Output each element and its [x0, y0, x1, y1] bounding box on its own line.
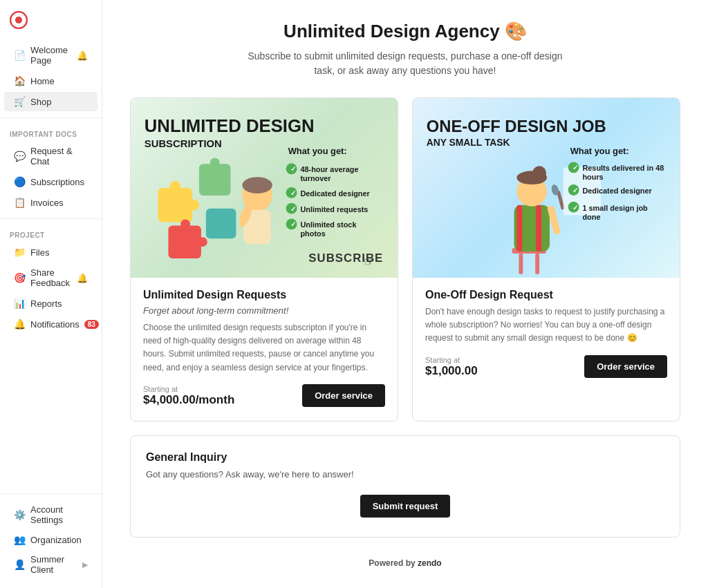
svg-text:Dedicated designer: Dedicated designer	[300, 189, 370, 198]
subscription-price: $4,000.00/month	[143, 393, 234, 407]
subscription-title: Unlimited Design Requests	[143, 289, 385, 301]
inquiry-submit-button[interactable]: Submit request	[360, 495, 451, 518]
invoices-icon: 📋	[14, 197, 26, 208]
svg-text:✓: ✓	[290, 189, 296, 197]
subscription-price-block: Starting at $4,000.00/month	[143, 385, 234, 407]
sidebar-item-home[interactable]: 🏠 Home	[4, 71, 97, 91]
subscription-illustration: UNLIMITED DESIGN SUBSCRIPTION	[131, 98, 398, 278]
svg-text:photos: photos	[300, 229, 325, 238]
oneoff-card-image: ONE-OFF DESIGN JOB ANY SMALL TASK	[413, 98, 680, 278]
svg-text:Results delivered in 48: Results delivered in 48	[582, 164, 664, 172]
document-icon: 📄	[14, 50, 26, 61]
feedback-emoji: 🔔	[77, 273, 88, 283]
sidebar-item-request-chat[interactable]: 💬 Request & Chat	[4, 142, 97, 171]
sidebar-item-notifications[interactable]: 🔔 Notifications 83 ▶	[4, 314, 97, 334]
inquiry-title: General Inquiry	[146, 451, 664, 464]
notifications-icon: 🔔	[14, 319, 26, 330]
organization-icon: 👥	[14, 534, 26, 545]
oneoff-card: ONE-OFF DESIGN JOB ANY SMALL TASK	[412, 97, 680, 421]
oneoff-svg: ONE-OFF DESIGN JOB ANY SMALL TASK	[413, 98, 680, 278]
svg-text:Unlimited requests: Unlimited requests	[300, 205, 368, 214]
section-project: PROJECT	[0, 225, 102, 242]
svg-text:ANY SMALL TASK: ANY SMALL TASK	[427, 137, 510, 148]
sidebar-item-share-feedback[interactable]: 🎯 Share Feedback 🔔	[4, 263, 97, 292]
sidebar-item-invoices[interactable]: 📋 Invoices	[4, 193, 97, 212]
subscription-card-image: UNLIMITED DESIGN SUBSCRIPTION	[131, 98, 398, 278]
files-icon: 📁	[14, 247, 26, 258]
sidebar-item-reports[interactable]: 📊 Reports	[4, 294, 97, 313]
svg-point-10	[180, 220, 190, 229]
svg-point-14	[242, 177, 272, 193]
svg-rect-7	[199, 164, 231, 196]
svg-point-11	[198, 237, 207, 247]
sidebar-item-files-label: Files	[30, 247, 49, 258]
page-header: Unlimited Design Agency 🎨 Subscribe to s…	[130, 21, 680, 78]
svg-text:done: done	[582, 213, 600, 221]
svg-text:✓: ✓	[572, 187, 578, 194]
svg-rect-40	[516, 205, 522, 252]
inquiry-card: General Inquiry Got any questions? Ask a…	[130, 435, 680, 538]
sidebar-item-account-settings[interactable]: ⚙️ Account Settings	[4, 500, 97, 529]
sidebar-item-files[interactable]: 📁 Files	[4, 243, 97, 262]
svg-text:ONE-OFF DESIGN JOB: ONE-OFF DESIGN JOB	[427, 117, 606, 135]
subscription-desc: Choose the unlimited design requests sub…	[143, 321, 385, 374]
sidebar-item-summer-client[interactable]: 👤 Summer Client ▶	[4, 550, 97, 579]
sidebar-item-org-label: Organization	[30, 535, 82, 545]
subscription-starting-at: Starting at	[143, 385, 234, 393]
powered-by-footer: Powered by zendo	[130, 558, 680, 568]
oneoff-starting-at: Starting at	[425, 356, 478, 364]
subscription-footer: Starting at $4,000.00/month Order servic…	[143, 384, 385, 407]
sidebar-item-welcome-label: Welcome Page	[30, 45, 72, 66]
reports-icon: 📊	[14, 298, 26, 309]
svg-rect-37	[519, 254, 523, 274]
subscriptions-icon: 🔵	[14, 176, 26, 187]
sidebar-item-request-chat-label: Request & Chat	[30, 146, 88, 167]
main-content: Unlimited Design Agency 🎨 Subscribe to s…	[102, 0, 708, 588]
svg-rect-41	[536, 205, 541, 252]
svg-text:Dedicated designer: Dedicated designer	[582, 187, 652, 195]
oneoff-price-block: Starting at $1,000.00	[425, 356, 478, 378]
svg-text:☞: ☞	[364, 255, 375, 269]
svg-text:✓: ✓	[290, 220, 296, 228]
svg-point-8	[210, 158, 220, 167]
svg-text:48-hour average: 48-hour average	[300, 165, 358, 173]
oneoff-desc: Don't have enough design tasks to reques…	[425, 305, 667, 345]
sidebar-item-reports-label: Reports	[30, 298, 62, 309]
svg-text:hours: hours	[582, 173, 603, 181]
svg-text:turnover: turnover	[300, 174, 331, 182]
divider-2	[0, 218, 102, 219]
svg-point-6	[188, 200, 199, 211]
svg-rect-12	[206, 209, 236, 239]
shop-icon: 🛒	[14, 96, 26, 107]
svg-text:What you get:: What you get:	[570, 146, 629, 156]
sidebar-item-home-label: Home	[30, 76, 55, 86]
avatar-icon: 👤	[14, 559, 26, 570]
oneoff-footer: Starting at $1,000.00 Order service	[425, 355, 667, 378]
sidebar-item-shop[interactable]: 🛒 Shop	[4, 92, 97, 111]
sidebar-item-subscriptions-label: Subscriptions	[30, 177, 84, 187]
sidebar-item-organization[interactable]: 👥 Organization	[4, 530, 97, 549]
sidebar: 📄 Welcome Page 🔔 🏠 Home 🛒 Shop IMPORTANT…	[0, 0, 102, 588]
oneoff-order-button[interactable]: Order service	[584, 355, 667, 378]
svg-rect-4	[158, 188, 192, 222]
subscription-tagline: Forget about long-term commitment!	[143, 305, 385, 316]
svg-text:What you get:: What you get:	[288, 146, 347, 156]
welcome-emoji: 🔔	[77, 50, 88, 61]
svg-text:UNLIMITED DESIGN: UNLIMITED DESIGN	[145, 116, 315, 135]
home-icon: 🏠	[14, 75, 26, 86]
sidebar-item-subscriptions[interactable]: 🔵 Subscriptions	[4, 172, 97, 191]
powered-by-brand: zendo	[418, 558, 442, 568]
svg-rect-9	[168, 225, 201, 258]
sidebar-item-client-label: Summer Client	[30, 554, 77, 575]
powered-by-label: Powered by	[369, 558, 415, 568]
service-cards-row: UNLIMITED DESIGN SUBSCRIPTION	[130, 97, 680, 421]
svg-point-5	[169, 181, 180, 192]
sidebar-item-shop-label: Shop	[30, 97, 51, 107]
sidebar-item-welcome[interactable]: 📄 Welcome Page 🔔	[4, 41, 97, 70]
svg-text:Unlimited stock: Unlimited stock	[300, 220, 357, 229]
subscription-order-button[interactable]: Order service	[302, 384, 385, 407]
chevron-right-icon-2: ▶	[82, 560, 88, 569]
svg-point-1	[15, 17, 22, 23]
subscription-card: UNLIMITED DESIGN SUBSCRIPTION	[130, 97, 398, 421]
svg-text:✓: ✓	[572, 204, 578, 211]
